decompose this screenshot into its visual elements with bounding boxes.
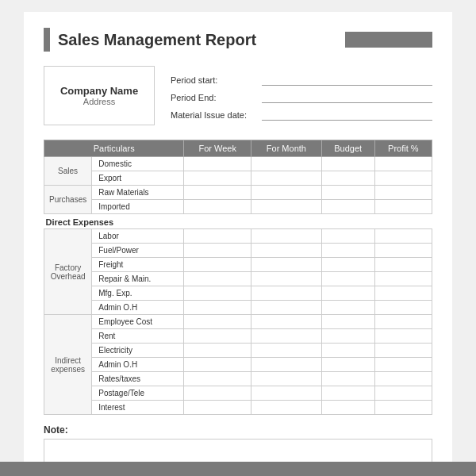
note-label: Note: (44, 424, 432, 436)
cell[interactable] (374, 171, 432, 186)
cell[interactable] (374, 157, 432, 171)
cell[interactable] (374, 372, 432, 386)
cell[interactable] (321, 386, 374, 401)
cell[interactable] (374, 386, 432, 401)
item-electricity: Electricity (92, 344, 184, 358)
category-sales: Sales (44, 157, 92, 186)
cell[interactable] (321, 358, 374, 372)
cell[interactable] (184, 186, 251, 200)
cell[interactable] (374, 315, 432, 329)
cell[interactable] (184, 272, 251, 286)
cell[interactable] (374, 301, 432, 315)
cell[interactable] (321, 372, 374, 386)
period-start-row: Period start: (171, 75, 432, 86)
cell[interactable] (184, 200, 251, 214)
cell[interactable] (321, 272, 374, 286)
cell[interactable] (374, 229, 432, 244)
header-bar-left (44, 28, 50, 52)
cell[interactable] (184, 258, 251, 272)
item-raw-materials: Raw Materials (92, 186, 184, 200)
material-issue-label: Material Issue date: (171, 110, 258, 120)
cell[interactable] (321, 301, 374, 315)
col-for-month: For Month (251, 140, 322, 157)
cell[interactable] (251, 358, 322, 372)
cell[interactable] (321, 171, 374, 186)
cell[interactable] (184, 301, 251, 315)
cell[interactable] (184, 244, 251, 258)
cell[interactable] (374, 272, 432, 286)
cell[interactable] (251, 186, 322, 200)
cell[interactable] (374, 200, 432, 214)
cell[interactable] (251, 171, 322, 186)
table-row: Rent (44, 329, 432, 344)
cell[interactable] (251, 258, 322, 272)
cell[interactable] (184, 401, 251, 415)
cell[interactable] (251, 286, 322, 301)
company-box: Company Name Address (44, 66, 155, 125)
period-start-line[interactable] (262, 75, 432, 86)
cell[interactable] (184, 372, 251, 386)
cell[interactable] (184, 229, 251, 244)
cell[interactable] (251, 244, 322, 258)
cell[interactable] (321, 229, 374, 244)
cell[interactable] (321, 315, 374, 329)
cell[interactable] (321, 401, 374, 415)
cell[interactable] (251, 315, 322, 329)
direct-expenses-header: Direct Expenses (44, 214, 432, 229)
cell[interactable] (374, 186, 432, 200)
col-budget: Budget (321, 140, 374, 157)
cell[interactable] (374, 344, 432, 358)
cell[interactable] (251, 386, 322, 401)
page-container: Sales Management Report Company Name Add… (24, 12, 452, 476)
cell[interactable] (251, 229, 322, 244)
cell[interactable] (251, 301, 322, 315)
cell[interactable] (321, 200, 374, 214)
cell[interactable] (184, 344, 251, 358)
cell[interactable] (184, 315, 251, 329)
cell[interactable] (251, 200, 322, 214)
cell[interactable] (321, 157, 374, 171)
cell[interactable] (251, 329, 322, 344)
cell[interactable] (184, 329, 251, 344)
material-issue-row: Material Issue date: (171, 109, 432, 121)
item-fuel-power: Fuel/Power (92, 244, 184, 258)
cell[interactable] (374, 258, 432, 272)
cell[interactable] (184, 171, 251, 186)
info-section: Company Name Address Period start: Perio… (44, 66, 432, 125)
cell[interactable] (321, 244, 374, 258)
category-purchases: Purchases (44, 186, 92, 214)
cell[interactable] (251, 272, 322, 286)
cell[interactable] (184, 286, 251, 301)
table-row: Imported (44, 200, 432, 214)
cell[interactable] (251, 344, 322, 358)
period-end-line[interactable] (262, 92, 432, 103)
cell[interactable] (321, 329, 374, 344)
cell[interactable] (251, 157, 322, 171)
material-issue-line[interactable] (262, 109, 432, 121)
cell[interactable] (184, 157, 251, 171)
cell[interactable] (184, 386, 251, 401)
table-row: Rates/taxes (44, 372, 432, 386)
cell[interactable] (321, 286, 374, 301)
item-labor: Labor (92, 229, 184, 244)
cell[interactable] (374, 244, 432, 258)
cell[interactable] (321, 258, 374, 272)
item-admin-oh-indirect: Admin O.H (92, 358, 184, 372)
item-imported: Imported (92, 200, 184, 214)
period-end-row: Period End: (171, 92, 432, 103)
cell[interactable] (251, 401, 322, 415)
footer-bar (0, 462, 476, 476)
cell[interactable] (321, 344, 374, 358)
cell[interactable] (374, 358, 432, 372)
cell[interactable] (184, 358, 251, 372)
col-for-week: For Week (184, 140, 251, 157)
cell[interactable] (321, 186, 374, 200)
cell[interactable] (374, 329, 432, 344)
cell[interactable] (251, 372, 322, 386)
item-interest: Interest (92, 401, 184, 415)
cell[interactable] (374, 401, 432, 415)
period-start-label: Period start: (171, 75, 258, 85)
period-section: Period start: Period End: Material Issue… (171, 66, 432, 125)
cell[interactable] (374, 286, 432, 301)
item-export: Export (92, 171, 184, 186)
